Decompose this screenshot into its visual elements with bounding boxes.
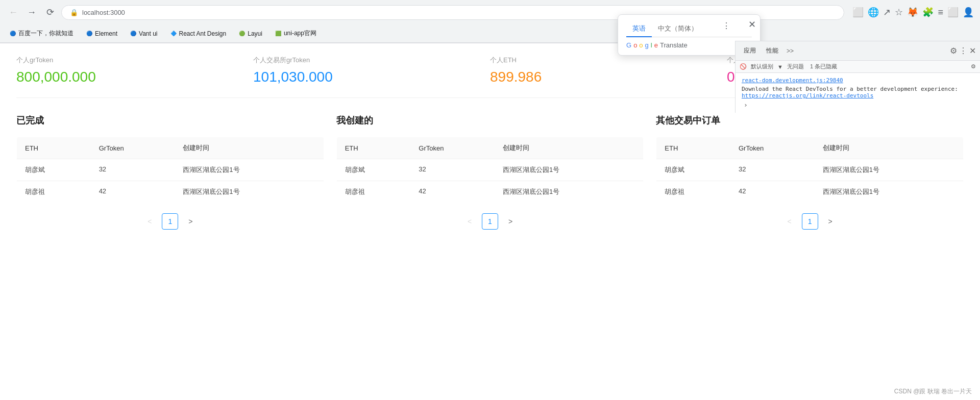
translate-tab-chinese[interactable]: 中文（简体） xyxy=(652,21,704,37)
my-orders-pagination: < 1 > xyxy=(336,213,644,230)
translate-brand: Translate xyxy=(660,41,688,49)
bookmark-uniapp[interactable]: 🟩 uni-app官网 xyxy=(272,28,320,39)
cell-eth: 胡彦斌 xyxy=(656,159,730,181)
table-row: 胡彦祖 42 西湖区湖底公园1号 xyxy=(656,181,964,203)
cell-grtoken: 32 xyxy=(91,159,175,181)
settings-icon[interactable]: ⚙ xyxy=(971,63,976,70)
google-g2: g xyxy=(645,41,649,49)
prev-page-button[interactable]: < xyxy=(461,213,478,230)
translate-tab-english[interactable]: 英语 xyxy=(626,21,652,37)
profile-icon[interactable]: 👤 xyxy=(963,7,974,18)
chevron-down-icon: ▼ xyxy=(777,64,783,70)
devtools-action-buttons: ⚙ ⋮ ✕ xyxy=(950,46,976,56)
my-orders-title: 我创建的 xyxy=(336,114,644,127)
google-g: G xyxy=(626,41,631,49)
uniapp-icon: 🟩 xyxy=(275,30,282,37)
vant-icon: 🔵 xyxy=(130,30,137,37)
devtools-close-button[interactable]: ✕ xyxy=(969,46,976,56)
page-1-button[interactable]: 1 xyxy=(802,213,818,230)
translate-icon[interactable]: 🌐 xyxy=(868,7,879,18)
translate-more-button[interactable]: ⋮ xyxy=(721,20,731,32)
col-time-0: 创建时间 xyxy=(175,137,324,159)
stat-value-eth: 899.986 xyxy=(490,69,715,85)
stat-label-grtoken: 个人grToken xyxy=(16,56,241,65)
stat-card-grtoken: 个人grToken 800,000.000 xyxy=(16,56,253,85)
next-page-button[interactable]: > xyxy=(182,213,199,230)
my-orders-table: ETH GrToken 创建时间 胡彦斌 32 西湖区湖底公园1号 胡彦祖 42… xyxy=(336,137,644,203)
col-grtoken-2: GrToken xyxy=(730,137,815,159)
devtools-more-tabs[interactable]: >> xyxy=(785,45,796,57)
expand-icon[interactable]: › xyxy=(742,99,750,111)
table-row: 胡彦祖 42 西湖区湖底公园1号 xyxy=(17,181,324,203)
bookmark-baidu[interactable]: 🔵 百度一下，你就知道 xyxy=(6,28,77,39)
bookmark-label: uni-app官网 xyxy=(284,29,316,38)
col-eth-0: ETH xyxy=(17,137,91,159)
prev-page-button[interactable]: < xyxy=(781,213,798,230)
extension-icon2[interactable]: 🧩 xyxy=(922,7,934,18)
translate-close-button[interactable]: ✕ xyxy=(748,19,756,30)
col-grtoken-0: GrToken xyxy=(91,137,175,159)
cell-time: 西湖区湖底公园1号 xyxy=(815,159,964,181)
screen-cast-icon[interactable]: ⬜ xyxy=(852,7,864,18)
cell-grtoken: 42 xyxy=(730,181,815,203)
devtools-link1[interactable]: react-dom.development.js:29840 xyxy=(742,77,974,84)
filter-level-label[interactable]: 默认级别 xyxy=(751,63,773,70)
share-icon[interactable]: ↗ xyxy=(883,7,891,18)
devtools-content: react-dom.development.js:29840 Download … xyxy=(736,73,980,113)
back-button[interactable]: ← xyxy=(6,5,20,19)
devtools-tab-perf[interactable]: 性能 xyxy=(762,44,782,57)
browser-icons: ⬜ 🌐 ↗ ☆ 🦊 🧩 ≡ ⬜ 👤 xyxy=(852,7,974,18)
extension-icon1[interactable]: 🦊 xyxy=(907,7,918,18)
bookmark-layui[interactable]: 🟢 Layui xyxy=(235,29,265,38)
next-page-button[interactable]: > xyxy=(822,213,839,230)
bookmark-element[interactable]: 🔵 Element xyxy=(83,29,120,38)
page-1-button[interactable]: 1 xyxy=(482,213,498,230)
stat-value-exchange-grtoken: 101,030.000 xyxy=(253,69,478,85)
url-text: localhost:3000 xyxy=(82,9,125,16)
page-1-button[interactable]: 1 xyxy=(162,213,178,230)
stat-label-eth: 个人ETH xyxy=(490,56,715,65)
bookmark-label: Element xyxy=(95,30,117,37)
col-grtoken-1: GrToken xyxy=(410,137,495,159)
devtools-header: 应用 性能 >> ⚙ ⋮ ✕ xyxy=(736,41,980,61)
layui-icon: 🟢 xyxy=(238,30,246,37)
cell-time: 西湖区湖底公园1号 xyxy=(175,181,324,203)
cell-time: 西湖区湖底公园1号 xyxy=(495,159,644,181)
devtools-panel[interactable]: 应用 性能 >> ⚙ ⋮ ✕ 🚫 默认级别 ▼ 无问题 1 条已隐藏 ⚙ rea… xyxy=(735,41,980,113)
bookmark-vant[interactable]: 🔵 Vant ui xyxy=(127,29,160,38)
cell-eth: 胡彦斌 xyxy=(336,159,410,181)
element-icon: 🔵 xyxy=(86,30,93,37)
prev-page-button[interactable]: < xyxy=(141,213,158,230)
col-eth-1: ETH xyxy=(336,137,410,159)
react-dom-link[interactable]: react-dom.development.js:29840 xyxy=(742,77,843,84)
completed-table: ETH GrToken 创建时间 胡彦斌 32 西湖区湖底公园1号 胡彦祖 42… xyxy=(16,137,324,203)
devtools-settings-icon[interactable]: ⚙ xyxy=(950,46,957,56)
react-devtools-link[interactable]: https://reactjs.org/link/react-devtools xyxy=(742,92,873,99)
cell-grtoken: 42 xyxy=(410,181,495,203)
google-o1: o xyxy=(633,41,637,49)
bookmark-label: 百度一下，你就知道 xyxy=(18,29,74,38)
bookmark-react-ant[interactable]: 🔷 React Ant Design xyxy=(167,29,230,38)
forward-button[interactable]: → xyxy=(24,5,39,19)
cell-grtoken: 32 xyxy=(410,159,495,181)
devtools-expand-row: › xyxy=(742,101,974,109)
devtools-tab-app[interactable]: 应用 xyxy=(740,44,760,57)
other-orders-section: 其他交易中订单 ETH GrToken 创建时间 胡彦斌 32 西湖区湖底公园1… xyxy=(656,114,964,230)
cell-eth: 胡彦祖 xyxy=(656,181,730,203)
table-row: 胡彦斌 32 西湖区湖底公园1号 xyxy=(17,159,324,181)
lock-icon: 🔒 xyxy=(70,9,78,16)
bookmark-star-icon[interactable]: ☆ xyxy=(895,7,903,18)
col-eth-2: ETH xyxy=(656,137,730,159)
menu-icon[interactable]: ≡ xyxy=(938,7,943,18)
google-o2: o xyxy=(639,41,643,49)
devtools-subheader: 🚫 默认级别 ▼ 无问题 1 条已隐藏 ⚙ xyxy=(736,61,980,73)
window-icon[interactable]: ⬜ xyxy=(947,7,959,18)
stat-card-exchange-grtoken: 个人交易所grToken 101,030.000 xyxy=(253,56,490,85)
completed-pagination: < 1 > xyxy=(16,213,324,230)
reload-button[interactable]: ⟳ xyxy=(43,5,57,19)
translate-tabs: 英语 中文（简体） xyxy=(626,21,752,37)
devtools-dock-icon[interactable]: ⋮ xyxy=(959,46,967,56)
baidu-icon: 🔵 xyxy=(9,30,16,37)
cell-time: 西湖区湖底公园1号 xyxy=(815,181,964,203)
next-page-button[interactable]: > xyxy=(502,213,519,230)
